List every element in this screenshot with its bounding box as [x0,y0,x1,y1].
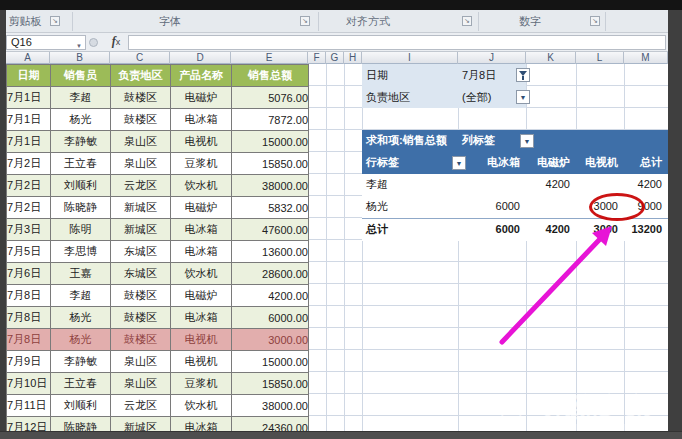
table-cell[interactable]: 新城区 [111,219,171,241]
table-cell[interactable]: 24360.00 [232,417,309,431]
row-label-dropdown-button[interactable]: ▼ [452,156,466,170]
dialog-launcher-icon[interactable]: ↘ [590,16,600,26]
table-cell[interactable]: 李静敏 [51,131,111,153]
table-cell[interactable]: 7月5日 [7,241,51,263]
pivot-row-header[interactable]: 总计 [362,219,458,241]
table-cell[interactable]: 云龙区 [111,175,171,197]
table-cell[interactable]: 泉山区 [111,373,171,395]
table-cell[interactable]: 7月11日 [7,395,51,417]
table-cell[interactable]: 李静敏 [51,351,111,373]
table-cell[interactable]: 刘顺利 [51,395,111,417]
table-cell[interactable]: 3000.00 [232,329,309,351]
table-cell[interactable]: 7月1日 [7,87,51,109]
table-cell[interactable]: 鼓楼区 [111,109,171,131]
column-header-K[interactable]: K [526,52,576,64]
table-cell[interactable]: 陈晓静 [51,197,111,219]
pivot-row-header[interactable]: 杨光 [362,196,458,218]
table-cell[interactable]: 王嘉 [51,263,111,285]
dialog-launcher-icon[interactable]: ↘ [300,16,310,26]
table-cell[interactable]: 5076.00 [232,87,309,109]
pivot-value-cell[interactable]: 6000 [458,196,526,218]
table-cell[interactable]: 7月1日 [7,131,51,153]
table-cell[interactable]: 王立春 [51,153,111,175]
column-header-A[interactable]: A [6,52,50,64]
column-header-G[interactable]: G [326,52,344,64]
table-cell[interactable]: 7月2日 [7,197,51,219]
table-cell[interactable]: 陈明 [51,219,111,241]
column-header-H[interactable]: H [344,52,362,64]
table-cell[interactable]: 李超 [51,87,111,109]
table-cell[interactable]: 鼓楼区 [111,329,171,351]
table-cell[interactable]: 电冰箱 [171,307,232,329]
pivot-value-cell[interactable]: 4200 [526,219,576,241]
table-cell[interactable]: 7月8日 [7,307,51,329]
table-cell[interactable]: 电磁炉 [171,87,232,109]
pivot-value-cell[interactable] [526,196,576,218]
pivot-value-cell[interactable]: 3000 [576,219,624,241]
table-cell[interactable]: 泉山区 [111,153,171,175]
column-header-F[interactable]: F [308,52,326,64]
table-cell[interactable]: 云龙区 [111,395,171,417]
table-cell[interactable]: 7月12日 [7,417,51,431]
table-cell[interactable]: 7月2日 [7,153,51,175]
pivot-value-cell[interactable]: 6000 [458,219,526,241]
pivot-column-label[interactable]: 列标签▼ [458,130,526,152]
formula-bar-button[interactable] [89,38,98,47]
table-cell[interactable]: 6000.00 [232,307,309,329]
table-cell[interactable]: 电磁炉 [171,197,232,219]
table-cell[interactable]: 饮水机 [171,263,232,285]
table-cell[interactable]: 泉山区 [111,351,171,373]
table-cell[interactable]: 电冰箱 [171,417,232,431]
insert-function-fx-icon[interactable]: fx [106,34,126,50]
table-cell[interactable]: 杨光 [51,329,111,351]
table-cell[interactable]: 15000.00 [232,131,309,153]
table-cell[interactable]: 7月8日 [7,329,51,351]
pivot-value-cell[interactable]: 4200 [624,174,668,196]
table-cell[interactable]: 刘顺利 [51,175,111,197]
table-cell[interactable]: 新城区 [111,417,171,431]
column-header-I[interactable]: I [362,52,458,64]
column-header-J[interactable]: J [458,52,526,64]
pivot-value-cell[interactable] [458,174,526,196]
table-cell[interactable]: 鼓楼区 [111,285,171,307]
table-cell[interactable]: 饮水机 [171,175,232,197]
table-cell[interactable]: 饮水机 [171,395,232,417]
pivot-value-cell[interactable]: 4200 [526,174,576,196]
table-cell[interactable]: 4200.00 [232,285,309,307]
table-cell[interactable]: 王立春 [51,373,111,395]
column-header-D[interactable]: D [170,52,231,64]
table-cell[interactable]: 15000.00 [232,351,309,373]
table-cell[interactable]: 电冰箱 [171,241,232,263]
table-cell[interactable]: 泉山区 [111,131,171,153]
table-cell[interactable]: 47600.00 [232,219,309,241]
column-header-L[interactable]: L [576,52,624,64]
table-cell[interactable]: 李超 [51,285,111,307]
dialog-launcher-icon[interactable]: ↘ [462,16,472,26]
table-cell[interactable]: 东城区 [111,263,171,285]
table-cell[interactable]: 13600.00 [232,241,309,263]
table-cell[interactable]: 7月6日 [7,263,51,285]
table-cell[interactable]: 电视机 [171,351,232,373]
table-cell[interactable]: 7月3日 [7,219,51,241]
table-cell[interactable]: 东城区 [111,241,171,263]
table-cell[interactable]: 陈晓静 [51,417,111,431]
table-cell[interactable]: 鼓楼区 [111,87,171,109]
table-cell[interactable]: 7月9日 [7,351,51,373]
table-cell[interactable]: 38000.00 [232,175,309,197]
table-cell[interactable]: 7月2日 [7,175,51,197]
dialog-launcher-icon[interactable]: ↘ [50,16,60,26]
region-dropdown-button[interactable]: ▼ [516,90,530,104]
table-cell[interactable]: 5832.00 [232,197,309,219]
name-box-dropdown-icon[interactable]: ▼ [76,40,82,53]
table-cell[interactable]: 电冰箱 [171,219,232,241]
table-cell[interactable]: 杨光 [51,307,111,329]
table-cell[interactable]: 15850.00 [232,153,309,175]
column-label-dropdown-button[interactable]: ▼ [520,134,534,148]
table-cell[interactable]: 新城区 [111,197,171,219]
table-cell[interactable]: 豆浆机 [171,373,232,395]
table-cell[interactable]: 电视机 [171,329,232,351]
table-cell[interactable]: 杨光 [51,109,111,131]
table-cell[interactable]: 豆浆机 [171,153,232,175]
column-header-C[interactable]: C [110,52,170,64]
table-cell[interactable]: 电视机 [171,131,232,153]
